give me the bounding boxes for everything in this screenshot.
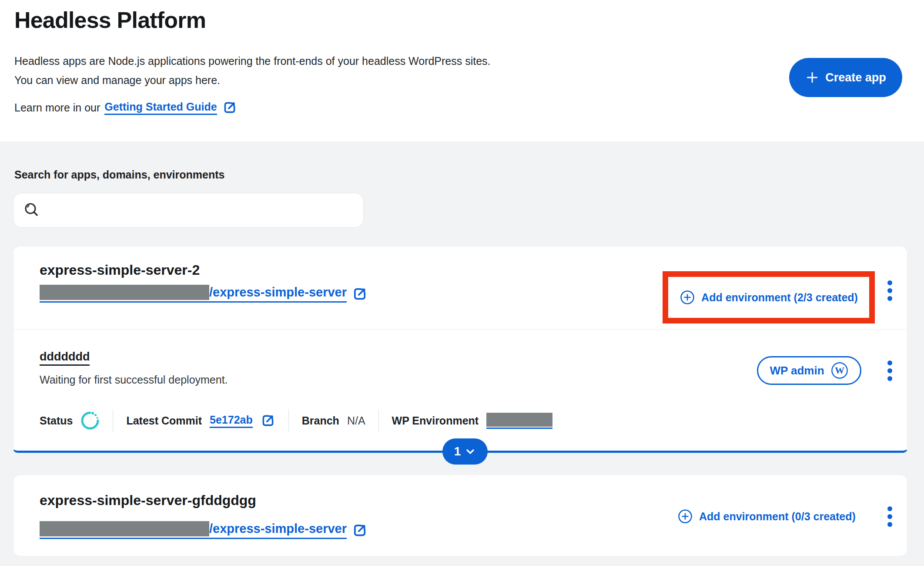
latest-commit-label: Latest Commit	[126, 414, 202, 427]
kebab-dot	[887, 376, 892, 381]
wp-environment-field: WP Environment	[392, 413, 553, 429]
headless-platform-page: Headless Platform Headless apps are Node…	[0, 0, 924, 566]
kebab-dot	[887, 368, 892, 373]
getting-started-guide-label: Getting Started Guide	[104, 101, 217, 115]
red-highlight-annotation: Add environment (2/3 created)	[663, 271, 875, 323]
status-field: Status	[40, 411, 100, 430]
app-menu-button[interactable]	[884, 506, 895, 527]
create-app-label: Create app	[825, 71, 886, 84]
wp-environment-label: WP Environment	[392, 414, 479, 427]
latest-commit-field: Latest Commit 5e172ab	[126, 413, 275, 428]
environment-status-message: Waiting for first successful deployment.	[40, 374, 228, 386]
kebab-dot	[887, 522, 892, 527]
app-card-express-simple-server-gfddgdgg: express-simple-server-gfddgdgg /express-…	[13, 475, 907, 556]
wordpress-icon: W	[830, 361, 849, 380]
repo-link-label: /express-simple-server	[209, 285, 347, 300]
repo-link[interactable]: /express-simple-server	[40, 521, 368, 539]
circled-plus-icon	[680, 290, 695, 305]
svg-text:W: W	[835, 365, 844, 376]
app-name: express-simple-server-2	[40, 262, 200, 278]
page-description: Headless apps are Node.js applications p…	[14, 51, 491, 90]
repo-link[interactable]: /express-simple-server	[40, 285, 368, 303]
add-environment-button[interactable]: Add environment (0/3 created)	[677, 506, 856, 526]
repo-link-underlined-part: /express-simple-server	[40, 521, 347, 539]
environment-menu-button[interactable]	[884, 360, 895, 381]
add-environment-label: Add environment (2/3 created)	[701, 291, 858, 304]
vertical-separator	[113, 409, 113, 432]
plus-icon	[805, 71, 819, 84]
learn-more-row: Learn more in our Getting Started Guide	[14, 100, 237, 115]
kebab-dot	[887, 288, 892, 293]
external-link-icon	[352, 522, 368, 538]
card-divider	[13, 329, 907, 330]
kebab-dot	[887, 280, 892, 285]
environment-count: 1	[454, 445, 461, 458]
redaction-bar	[486, 413, 552, 427]
wp-admin-label: WP admin	[770, 364, 824, 377]
search-box[interactable]	[13, 193, 364, 228]
description-line-2: You can view and manage your apps here.	[14, 71, 491, 90]
branch-field: Branch N/A	[302, 414, 365, 427]
add-environment-label: Add environment (0/3 created)	[699, 510, 856, 523]
wp-admin-button[interactable]: WP admin W	[757, 356, 861, 385]
redacted-repo-owner	[40, 285, 209, 300]
apps-section: Search for apps, domains, environments e…	[0, 142, 924, 566]
kebab-dot	[887, 296, 892, 301]
repo-link-label: /express-simple-server	[209, 521, 347, 536]
app-card-express-simple-server-2: express-simple-server-2 /express-simple-…	[13, 246, 907, 453]
environment-name-link[interactable]: ddddddd	[40, 350, 90, 366]
app-menu-button[interactable]	[884, 280, 895, 301]
kebab-dot	[887, 360, 892, 365]
environment-count-toggle[interactable]: 1	[442, 438, 488, 465]
vertical-separator	[288, 409, 289, 432]
learn-more-text: Learn more in our	[14, 101, 100, 114]
commit-link[interactable]: 5e172ab	[210, 414, 253, 428]
getting-started-guide-link[interactable]: Getting Started Guide	[104, 100, 237, 115]
branch-label: Branch	[302, 414, 339, 427]
redacted-wp-environment-link	[486, 413, 552, 429]
vertical-separator	[378, 409, 379, 432]
environment-status-row: Status Latest Commit 5e172ab	[40, 408, 552, 433]
description-line-1: Headless apps are Node.js applications p…	[14, 51, 491, 71]
external-link-icon	[352, 286, 368, 302]
kebab-dot	[887, 506, 892, 511]
external-link-icon	[261, 413, 275, 428]
status-label: Status	[40, 414, 73, 427]
create-app-button[interactable]: Create app	[789, 58, 902, 97]
add-environment-button[interactable]: Add environment (2/3 created)	[680, 290, 858, 305]
circled-plus-icon	[677, 509, 693, 524]
search-input[interactable]	[47, 204, 355, 217]
branch-value: N/A	[347, 414, 365, 427]
external-link-icon	[222, 100, 237, 115]
search-icon	[22, 201, 41, 220]
loading-spinner-icon	[80, 411, 100, 430]
chevron-down-icon	[465, 446, 476, 457]
page-title: Headless Platform	[14, 7, 206, 33]
redacted-repo-owner	[40, 521, 209, 536]
app-name: express-simple-server-gfddgdgg	[40, 492, 256, 509]
kebab-dot	[887, 514, 892, 519]
search-label: Search for apps, domains, environments	[14, 168, 224, 181]
repo-link-underlined-part: /express-simple-server	[40, 285, 347, 303]
